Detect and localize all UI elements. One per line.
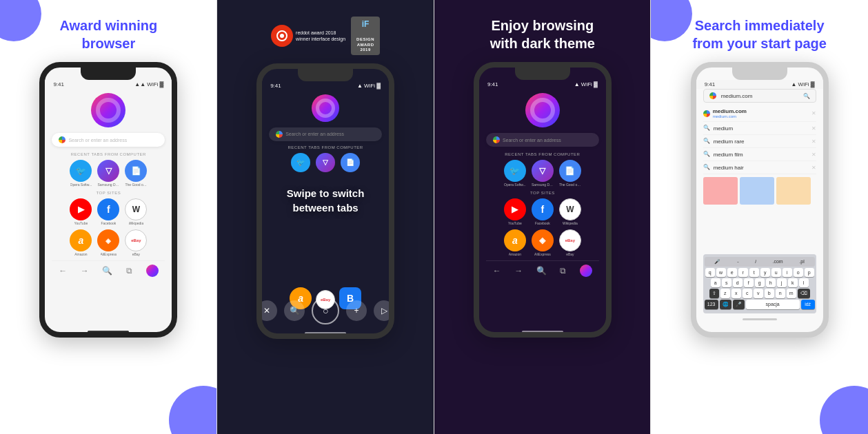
app-wikipedia-3: W Wikipedia: [559, 198, 581, 225]
decoration-blob-tl-4: [651, 0, 692, 41]
key-f[interactable]: f: [744, 278, 754, 287]
top-sites-label-1: TOP SITES: [52, 191, 165, 195]
mic-icon-4[interactable]: 🔍: [803, 93, 810, 99]
suggestion-google-icon-0: [703, 110, 710, 117]
key-tool-mic[interactable]: 🎤: [714, 259, 720, 265]
key-y[interactable]: y: [760, 268, 770, 277]
recent-tabs-row-3: 🐦 Opera Softw... ▽ Samsung Data 📄 The Go…: [486, 160, 599, 187]
key-p[interactable]: p: [805, 268, 814, 277]
back-icon-1[interactable]: ←: [59, 266, 67, 276]
key-shift[interactable]: ⇧: [709, 289, 719, 298]
key-g[interactable]: g: [755, 278, 765, 287]
suggestion-list: medium.com medium.com ✕ 🔍 medium ✕ 🔍 med…: [703, 105, 816, 174]
key-u[interactable]: u: [771, 268, 781, 277]
key-e[interactable]: e: [727, 268, 737, 277]
key-tool-i[interactable]: i: [755, 259, 756, 265]
suggestion-close-1[interactable]: ✕: [811, 125, 816, 132]
forward-icon-1[interactable]: →: [81, 266, 89, 276]
key-x[interactable]: x: [731, 289, 741, 298]
search-bar-1[interactable]: Search or enter an address: [52, 133, 165, 147]
key-o[interactable]: o: [794, 268, 803, 277]
opera-nav-icon-1[interactable]: [146, 265, 159, 277]
key-h[interactable]: h: [766, 278, 776, 287]
back-icon-3[interactable]: ←: [493, 266, 501, 276]
suggestion-close-2[interactable]: ✕: [811, 138, 816, 145]
youtube-icon-3: ▶: [504, 198, 526, 220]
search-icon-3[interactable]: 🔍: [536, 266, 547, 276]
key-d[interactable]: d: [733, 278, 743, 287]
key-t[interactable]: t: [749, 268, 759, 277]
key-m[interactable]: m: [787, 289, 796, 298]
key-q[interactable]: q: [705, 268, 715, 277]
key-tool-pl[interactable]: .pl: [799, 259, 804, 265]
suggestion-text-4: medium hair: [714, 165, 744, 171]
vectary-label-3: Samsung Data: [532, 183, 554, 187]
key-123[interactable]: 123: [705, 300, 718, 309]
facebook-icon: f: [97, 198, 119, 220]
suggestion-item-0[interactable]: medium.com medium.com ✕: [703, 105, 816, 122]
docs-label: The Good one...: [125, 183, 147, 187]
youtube-label: YouTube: [74, 221, 88, 225]
ctrl-x[interactable]: ✕: [262, 300, 277, 321]
aliexpress-label: AliExpress: [101, 252, 117, 256]
forward-icon-3[interactable]: →: [514, 266, 523, 276]
ctrl-search[interactable]: 🔍: [284, 300, 305, 321]
app-wikipedia: W Wikipedia: [125, 198, 147, 225]
suggestion-item-2[interactable]: 🔍 medium rare ✕: [703, 135, 816, 148]
key-n[interactable]: n: [776, 289, 785, 298]
key-tool-com[interactable]: .com: [772, 259, 783, 265]
key-v[interactable]: v: [754, 289, 763, 298]
key-a[interactable]: a: [711, 278, 720, 287]
url-bar-4[interactable]: medium.com 🔍: [703, 89, 816, 103]
facebook-icon-3: f: [532, 198, 554, 220]
search-bar-2[interactable]: Search or enter an address: [269, 127, 382, 141]
key-l[interactable]: l: [799, 278, 809, 287]
facebook-label-3: Facebook: [535, 221, 550, 225]
key-i[interactable]: i: [783, 268, 792, 277]
key-s[interactable]: s: [722, 278, 731, 287]
twitter-icon-2: 🐦: [291, 153, 310, 172]
tabs-icon-1[interactable]: ⧉: [126, 266, 132, 276]
status-icons-4: ▲ WiFi ▓: [791, 81, 814, 87]
top-sites-row1-1: ▶ YouTube f Facebook W Wikipedia: [52, 198, 165, 225]
key-r[interactable]: r: [738, 268, 748, 277]
app-ebay-3: eBay eBay: [559, 229, 581, 256]
suggestion-text-3: medium film: [714, 152, 743, 158]
opera-logo-inner-1: [96, 98, 121, 123]
suggestion-item-4[interactable]: 🔍 medium hair ✕: [703, 161, 816, 174]
ctrl-plus[interactable]: +: [346, 300, 367, 321]
suggestion-close-4[interactable]: ✕: [811, 165, 816, 171]
phone-content-4: medium.com 🔍 medium.com medium.com ✕ 🔍 m…: [696, 89, 823, 329]
ctrl-play[interactable]: ▷: [374, 300, 389, 321]
opera-nav-icon-3[interactable]: [580, 265, 592, 277]
key-tool-dash[interactable]: -: [737, 259, 738, 265]
key-w[interactable]: w: [716, 268, 726, 277]
amazon-label-3: Amazon: [509, 252, 521, 256]
search-bar-3[interactable]: Search or enter an address: [486, 133, 599, 147]
swipe-text: Swipe to switch between tabs: [269, 186, 382, 215]
suggestion-close-0[interactable]: ✕: [811, 110, 816, 116]
key-j[interactable]: j: [777, 278, 787, 287]
ctrl-main[interactable]: ○: [312, 297, 339, 324]
suggestion-item-3[interactable]: 🔍 medium film ✕: [703, 148, 816, 161]
key-delete[interactable]: ⌫: [798, 289, 810, 298]
key-go[interactable]: idź: [801, 300, 815, 309]
key-z[interactable]: z: [720, 289, 730, 298]
aliexpress-icon-3: ◈: [532, 229, 554, 251]
suggestion-text-0: medium.com: [713, 108, 811, 114]
app-youtube-3: ▶ YouTube: [504, 198, 526, 225]
key-space[interactable]: spacja: [746, 300, 800, 309]
app-facebook: f Facebook: [97, 198, 119, 225]
key-k[interactable]: k: [788, 278, 798, 287]
search-icon-1[interactable]: 🔍: [102, 266, 112, 276]
app-facebook-3: f Facebook: [532, 198, 554, 225]
suggestion-close-3[interactable]: ✕: [811, 152, 816, 158]
phone-mockup-4: 9:41 ▲ WiFi ▓ medium.com 🔍 medium.com me…: [691, 62, 829, 338]
key-globe[interactable]: 🌐: [720, 300, 731, 309]
key-b[interactable]: b: [765, 289, 774, 298]
reddot-badge: reddot award 2018 winner interface desig…: [271, 25, 345, 47]
key-mic[interactable]: 🎤: [733, 300, 745, 309]
suggestion-item-1[interactable]: 🔍 medium ✕: [703, 122, 816, 135]
tabs-icon-3[interactable]: ⧉: [560, 266, 566, 276]
key-c[interactable]: c: [743, 289, 752, 298]
